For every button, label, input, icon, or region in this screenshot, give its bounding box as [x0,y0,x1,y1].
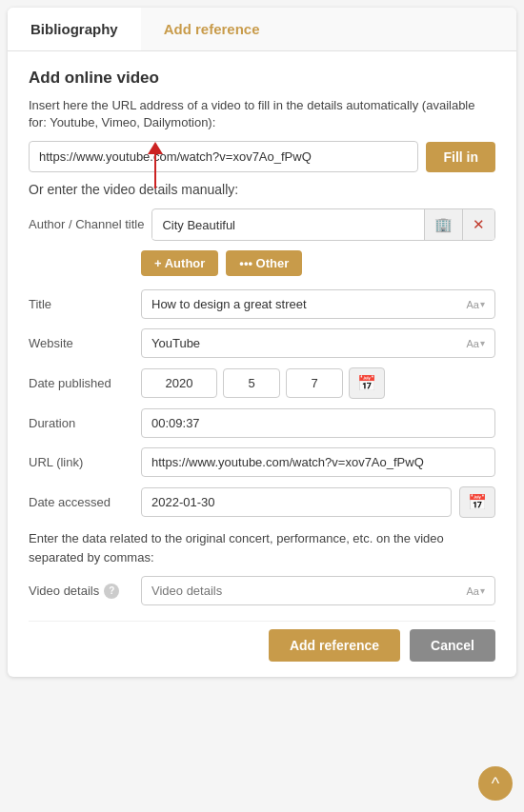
url-instruction: Insert here the URL address of a video t… [29,97,495,131]
video-details-aa-label: Aa▾ [467,585,485,597]
date-published-row: Date published 📅 [29,367,495,399]
video-details-row: Video details ? Aa▾ [29,576,495,605]
building-icon: 🏢 [434,216,453,232]
duration-row: Duration [29,408,495,438]
video-details-aa-dropdown[interactable]: ▾ [480,585,485,596]
tab-add-reference[interactable]: Add reference [141,8,283,50]
author-channel-input-wrap: 🏢 ✕ [151,208,495,241]
title-aa-dropdown[interactable]: ▾ [480,299,485,309]
url-link-label: URL (link) [29,455,133,469]
date-year-input[interactable] [141,368,217,398]
date-accessed-calendar-button[interactable]: 📅 [459,486,495,518]
scroll-to-top-button[interactable]: ^ [478,766,513,801]
manual-label: Or enter the video details manually: [29,182,495,197]
author-channel-label: Author / Channel title [29,217,144,233]
title-aa-label: Aa▾ [467,299,485,310]
content-area: Add online video Insert here the URL add… [8,51,516,677]
url-row: Fill in [29,141,495,172]
date-published-calendar-button[interactable]: 📅 [349,367,385,399]
arrow-shaft [154,154,157,188]
title-label: Title [29,297,133,311]
arrow-head [148,142,163,154]
website-aa-dropdown[interactable]: ▾ [480,338,485,348]
url-input[interactable] [29,141,418,172]
tab-bibliography[interactable]: Bibliography [8,8,141,50]
author-channel-row: Author / Channel title 🏢 ✕ [29,208,495,241]
date-accessed-input[interactable] [141,487,452,517]
video-details-input[interactable] [151,584,467,598]
tab-bar: Bibliography Add reference [8,8,516,51]
add-author-button[interactable]: + Author [141,250,218,276]
building-icon-btn[interactable]: 🏢 [424,209,462,240]
website-row: Website Aa▾ [29,328,495,358]
date-accessed-label: Date accessed [29,495,133,509]
author-channel-input[interactable] [152,211,424,239]
date-month-input[interactable] [223,368,280,398]
chevron-up-icon: ^ [492,774,499,794]
date-fields: 📅 [141,367,495,399]
date-accessed-row: Date accessed 📅 [29,486,495,518]
video-details-label: Video details ? [29,584,133,599]
add-reference-button[interactable]: Add reference [269,629,400,662]
cancel-button[interactable]: Cancel [410,629,495,662]
url-link-input[interactable] [141,447,495,477]
website-input[interactable] [151,336,467,350]
website-label: Website [29,336,133,350]
duration-input[interactable] [141,408,495,438]
page-title: Add online video [29,69,495,88]
main-card: Bibliography Add reference Add online vi… [8,8,516,677]
video-details-info: Enter the data related to the original c… [29,529,495,566]
fill-in-button[interactable]: Fill in [426,142,495,172]
video-details-input-wrap: Aa▾ [141,576,495,605]
date-day-input[interactable] [286,368,343,398]
title-input[interactable] [151,297,467,311]
website-aa-label: Aa▾ [467,338,485,349]
bottom-buttons: Add reference Cancel [29,621,495,662]
date-published-label: Date published [29,376,133,390]
add-other-button[interactable]: ••• Other [226,250,302,276]
url-link-row: URL (link) [29,447,495,477]
title-row: Title Aa▾ [29,289,495,319]
red-arrow-indicator [148,143,163,188]
clear-author-button[interactable]: ✕ [462,209,494,240]
website-input-wrap: Aa▾ [141,328,495,358]
url-arrow-container: Fill in [29,141,495,172]
calendar-icon: 📅 [357,375,376,391]
calendar-icon-2: 📅 [468,494,487,510]
title-input-wrap: Aa▾ [141,289,495,319]
help-icon[interactable]: ? [104,584,119,599]
author-buttons-row: + Author ••• Other [29,250,495,276]
close-icon: ✕ [473,216,485,232]
duration-label: Duration [29,416,133,430]
